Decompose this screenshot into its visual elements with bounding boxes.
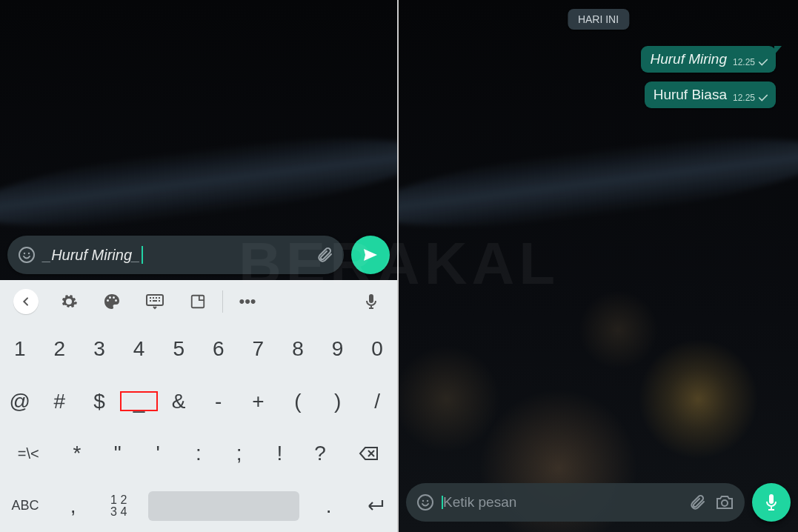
key-r1-6[interactable]: 7 [239,337,279,361]
left-panel: _Huruf Miring_ ••• 1234567890 @#$_&-+()/ [0,0,399,532]
message-meta: 12.25 [733,57,768,67]
svg-point-8 [427,500,428,502]
compose-suffix: _ [132,247,140,263]
key-r2-7[interactable]: ( [278,390,318,413]
voice-message-button[interactable] [752,483,791,522]
svg-point-0 [19,247,34,262]
keyboard-row-2: @#$_&-+()/ [0,376,397,428]
key-r1-2[interactable]: 3 [79,337,119,361]
compose-row: _Huruf Miring_ [7,236,390,274]
svg-rect-10 [769,494,774,504]
keyboard-layout-icon[interactable] [133,293,176,310]
more-icon[interactable]: ••• [226,292,269,311]
keyboard-row-4: ABC , 1 2 3 4 . [0,480,397,533]
key-r1-7[interactable]: 8 [278,337,318,361]
keyboard-rows: 1234567890 @#$_&-+()/ =\<*"':;!? ABC , 1… [0,323,397,532]
compose-bubble[interactable]: _Huruf Miring_ [7,236,344,274]
keyboard-row-3: =\<*"':;!? [0,428,397,480]
compose-input[interactable]: _Huruf Miring_ [43,246,308,264]
text-cursor [142,246,143,264]
key-space[interactable] [142,491,306,521]
message-text: Huruf Biasa [654,87,727,103]
compose-text-value: Huruf Miring [51,247,132,263]
key-backspace[interactable] [340,445,397,462]
message-meta: 12.25 [733,93,768,103]
wallpaper-arc [399,0,798,532]
svg-point-1 [24,253,25,254]
key-r2-5[interactable]: - [199,390,239,413]
tick-icon [758,58,768,67]
keyboard-toolbar: ••• [0,280,397,323]
key-r2-9[interactable]: / [357,390,397,413]
key-r2-1[interactable]: # [40,390,80,413]
kb-back-button[interactable] [4,289,47,314]
key-r2-3[interactable]: _ [119,390,159,413]
message-bubble-outgoing[interactable]: Huruf Biasa 12.25 [645,82,776,108]
key-r1-1[interactable]: 2 [40,337,80,361]
key-r1-8[interactable]: 9 [318,337,358,361]
palette-icon[interactable] [90,293,133,310]
right-panel: HARI INI Huruf Miring 12.25 Huruf Biasa … [399,0,798,532]
numswitch-bottom: 3 4 [110,506,127,518]
key-r1-4[interactable]: 5 [159,337,199,361]
tick-icon [758,93,768,102]
compose-bubble[interactable]: Ketik pesan [406,483,745,522]
emoji-icon[interactable] [18,246,36,264]
day-separator-chip: HARI INI [568,9,629,30]
bubble-tail [774,46,782,55]
key-r2-2[interactable]: $ [79,390,119,413]
camera-icon[interactable] [715,494,734,511]
key-r2-8[interactable]: ) [318,390,358,413]
key-enter[interactable] [351,497,397,515]
key-r2-6[interactable]: + [239,390,279,413]
compose-prefix: _ [43,247,51,263]
key-r3-3[interactable]: ' [138,442,179,465]
key-r3-4[interactable]: : [179,442,219,465]
key-comma[interactable]: , [50,494,96,518]
key-r3-2[interactable]: " [97,442,138,465]
sticker-icon[interactable] [176,293,219,310]
svg-point-9 [722,500,728,506]
keyboard: ••• 1234567890 @#$_&-+()/ =\<*"':;!? ABC… [0,280,397,532]
emoji-icon[interactable] [416,493,434,511]
key-r1-5[interactable]: 6 [199,337,239,361]
mic-icon[interactable] [350,293,393,310]
message-time: 12.25 [733,57,755,67]
numswitch-top: 1 2 [110,494,127,506]
key-r3-6[interactable]: ! [259,442,300,465]
key-r2-0[interactable]: @ [0,390,40,413]
key-r3-7[interactable]: ? [300,442,341,465]
send-button[interactable] [351,236,390,274]
toolbar-separator [222,290,223,313]
svg-rect-4 [192,296,205,308]
attachment-icon[interactable] [316,246,333,264]
compose-placeholder[interactable]: Ketik pesan [443,494,679,511]
keyboard-row-1: 1234567890 [0,323,397,376]
key-abc[interactable]: ABC [0,498,50,513]
svg-point-2 [28,253,30,254]
compose-row: Ketik pesan [406,483,791,522]
message-text: Huruf Miring [650,51,726,67]
svg-point-7 [422,500,424,502]
key-r3-5[interactable]: ; [219,442,259,465]
key-num-switch[interactable]: 1 2 3 4 [96,494,142,518]
key-r2-4[interactable]: & [159,390,199,413]
attachment-icon[interactable] [688,493,706,511]
key-r3-1[interactable]: * [57,442,98,465]
svg-point-6 [418,495,433,510]
key-r1-0[interactable]: 1 [0,337,40,361]
svg-rect-5 [369,294,373,303]
key-r1-9[interactable]: 0 [357,337,397,361]
key-r1-3[interactable]: 4 [119,337,159,361]
key-r3-0[interactable]: =\< [0,445,57,462]
key-period[interactable]: . [306,494,352,518]
message-time: 12.25 [733,93,755,103]
gear-icon[interactable] [47,293,90,310]
message-bubble-outgoing[interactable]: Huruf Miring 12.25 [641,46,776,73]
